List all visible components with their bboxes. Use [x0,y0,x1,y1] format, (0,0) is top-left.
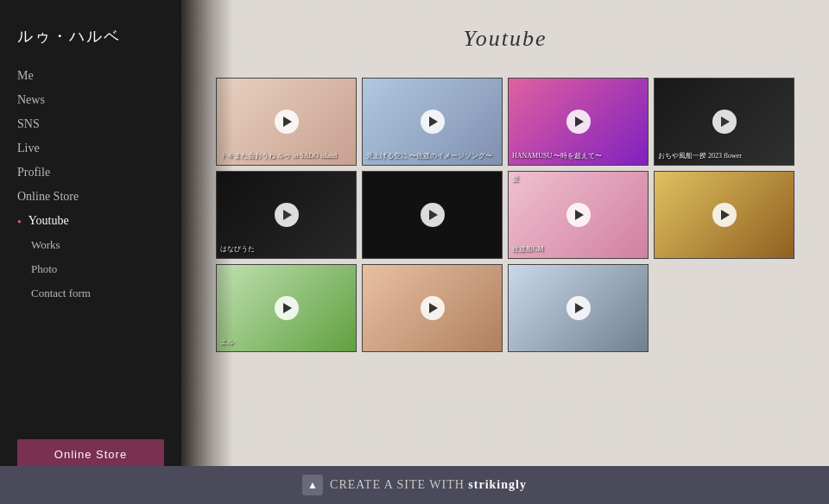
video-item[interactable]: HANAMUSU 〜時を超えて〜 [508,78,649,166]
video-item[interactable] [654,171,794,259]
sidebar: ルゥ・ハルベ Me News SNS Live Profile Online S… [0,0,181,504]
video-title: おちや風船一揆 2023 flower [658,152,790,161]
video-item[interactable]: はなびうた [216,171,357,259]
sidebar-item-contact[interactable]: Contact form [0,281,181,306]
video-item[interactable]: トキまた会おうね ルゥ in SADO island [216,78,357,166]
play-button[interactable] [566,203,591,227]
video-item[interactable] [362,171,503,259]
video-title: トキまた会おうね ルゥ in SADO island [220,152,352,161]
video-item[interactable]: 愛 佐渡船CM [508,171,649,259]
page-title: Youtube [216,26,794,52]
main-inner: Youtube トキまた会おうね ルゥ in SADO island 見上げる空… [181,0,829,404]
chevron-up-icon[interactable]: ▲ [302,475,323,495]
play-button[interactable] [421,296,445,320]
play-button[interactable] [566,296,591,320]
play-button[interactable] [421,203,445,227]
play-button[interactable] [275,110,299,134]
video-item[interactable]: エル [216,264,357,352]
play-button[interactable] [275,203,299,227]
play-button[interactable] [712,110,737,134]
video-title: はなびうた [220,245,352,254]
play-button[interactable] [421,110,445,134]
video-grid: トキまた会おうね ルゥ in SADO island 見上げる空に 〜佐渡のイメ… [216,78,794,352]
bottom-banner[interactable]: ▲ CREATE A SITE WITH strikingly [0,466,829,504]
online-store-button[interactable]: Online Store [17,439,164,469]
sidebar-item-photo[interactable]: Photo [0,257,181,281]
sidebar-item-news[interactable]: News [0,88,181,112]
video-item[interactable]: おちや風船一揆 2023 flower [654,78,794,166]
video-title: 佐渡船CM [512,245,644,254]
sidebar-item-works[interactable]: Works [0,233,181,257]
cta-text: CREATE A SITE WITH strikingly [330,478,527,492]
video-title: HANAMUSU 〜時を超えて〜 [512,152,644,161]
main-content: Youtube トキまた会おうね ルゥ in SADO island 見上げる空… [181,0,829,504]
sidebar-item-sns[interactable]: SNS [0,112,181,136]
video-item-empty [654,264,794,352]
sidebar-item-me[interactable]: Me [0,64,181,88]
play-button[interactable] [712,203,737,227]
video-title: エル [220,338,352,347]
sidebar-item-online-store-nav[interactable]: Online Store [0,185,181,209]
play-button[interactable] [566,110,591,134]
sidebar-item-profile[interactable]: Profile [0,161,181,185]
video-top-text: 愛 [512,175,644,184]
play-button[interactable] [275,296,299,320]
video-title: 見上げる空に 〜佐渡のイメージソング〜 [366,152,498,161]
video-item[interactable]: 見上げる空に 〜佐渡のイメージソング〜 [362,78,503,166]
site-title: ルゥ・ハルベ [0,17,181,64]
sidebar-item-live[interactable]: Live [0,136,181,161]
sidebar-item-youtube[interactable]: Youtube [0,209,181,233]
video-item[interactable] [362,264,503,352]
video-item[interactable] [508,264,649,352]
